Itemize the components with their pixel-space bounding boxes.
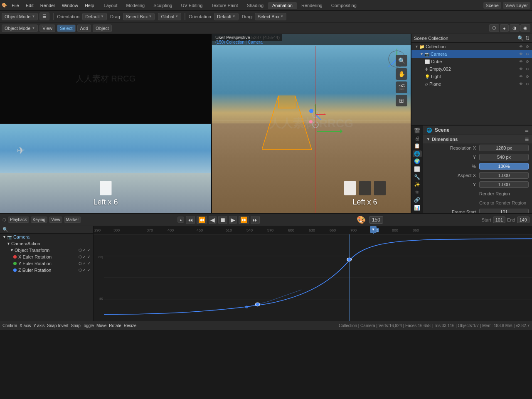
outliner-item-collection[interactable]: ▼ 📁 Collection 👁 ⊙ <box>411 43 532 50</box>
constraints-btn[interactable]: 🔗 <box>413 197 422 204</box>
tab-modeling[interactable]: Modeling <box>122 2 149 9</box>
orientation-dropdown[interactable]: Default ▼ <box>82 13 107 20</box>
dimensions-header[interactable]: ▼ Dimensions ☰ <box>423 135 532 143</box>
viewport-bottom-left[interactable]: ✈ Left x 6 <box>0 124 211 213</box>
fcurve-item-camera[interactable]: ▼ 📷 Camera <box>0 234 93 240</box>
add-marker-btn[interactable]: ⬡ <box>2 217 6 222</box>
visibility-eye[interactable]: 👁 <box>518 44 524 49</box>
render-preview-btn[interactable]: ◑ <box>510 24 520 32</box>
light-sel[interactable]: ⊙ <box>525 74 530 79</box>
res-y-input[interactable]: 540 px <box>479 154 529 160</box>
add-keyframe-btn[interactable]: ⬥ <box>177 217 184 223</box>
modifier-btn[interactable]: 🔧 <box>413 173 422 180</box>
outliner-item-light[interactable]: 💡 Light 👁 ⊙ <box>411 73 532 80</box>
pan-tool[interactable]: ✋ <box>396 68 407 80</box>
tab-compositing[interactable]: Compositing <box>327 2 361 9</box>
global-dropdown[interactable]: Global ▼ <box>158 13 181 20</box>
orbit-tool[interactable]: 🎬 <box>396 81 407 93</box>
end-frame-input[interactable]: 149 <box>517 217 530 223</box>
dimensions-menu-btn[interactable]: ☰ <box>525 137 529 142</box>
fcurve-item-z-rotation[interactable]: Z Euler Rotation ⬡ ✓ ✓ <box>0 267 93 273</box>
menu-file[interactable]: File <box>9 2 22 9</box>
tab-texture-paint[interactable]: Texture Paint <box>207 2 242 9</box>
fcurve-item-y-rotation[interactable]: Y Euler Rotation ⬡ ✓ ✓ <box>0 260 93 267</box>
stop-btn[interactable]: ⏹ <box>218 216 227 224</box>
step-back-btn[interactable]: ⏪ <box>197 216 207 224</box>
fcurve-item-action[interactable]: ▼ CameraAction <box>0 240 93 247</box>
camera-vis-eye[interactable]: 👁 <box>518 51 524 57</box>
physics-btn[interactable]: ⚛ <box>413 189 422 196</box>
drag-dropdown-2[interactable]: Select Box ▼ <box>255 13 287 20</box>
fcurve-search-icon[interactable]: 🔍 <box>2 227 8 232</box>
tab-shading[interactable]: Shading <box>243 2 268 9</box>
menu-window[interactable]: Window <box>59 2 81 9</box>
orientation-dropdown2[interactable]: Default ▼ <box>214 13 239 20</box>
outliner-item-empty[interactable]: ✛ Empty.002 👁 ⊙ <box>411 65 532 73</box>
fcurve-item-transform[interactable]: ▼ Object Transform ⬡ ✓ ✓ <box>0 247 93 254</box>
select-menu[interactable]: Select <box>57 25 76 32</box>
cube-vis[interactable]: 👁 <box>518 59 524 64</box>
add-menu[interactable]: Add <box>77 25 91 32</box>
plane-vis[interactable]: 👁 <box>518 81 524 87</box>
outliner-filter-icon[interactable]: 🔍 <box>517 35 524 41</box>
scene-props-btn[interactable]: 🌐 <box>413 150 422 158</box>
outliner-item-plane[interactable]: ▱ Plane 👁 ⊙ <box>411 80 532 88</box>
cube-sel[interactable]: ⊙ <box>525 59 530 64</box>
tab-sculpting[interactable]: Sculpting <box>149 2 176 9</box>
view-menu-timeline[interactable]: View <box>49 217 62 223</box>
data-props-btn[interactable]: 📊 <box>413 204 422 211</box>
solid-btn[interactable]: ● <box>500 24 509 32</box>
jump-end-btn[interactable]: ⏭ <box>251 216 260 224</box>
object-mode-dropdown[interactable]: Object Mode ▼ <box>2 13 38 20</box>
view-layer-btn[interactable]: 📋 <box>413 143 422 150</box>
output-props-btn[interactable]: 🖨 <box>413 135 422 142</box>
start-frame-input[interactable]: 101 <box>493 217 505 223</box>
select-cursor[interactable]: ⊙ <box>525 44 530 49</box>
asp-y-input[interactable]: 1.000 <box>479 181 529 188</box>
light-vis[interactable]: 👁 <box>518 74 524 79</box>
play-reverse-btn[interactable]: ◀ <box>209 216 217 224</box>
plane-sel[interactable]: ⊙ <box>525 81 530 87</box>
render-props-btn[interactable]: 🎬 <box>413 127 422 134</box>
persp-tool[interactable]: ⊞ <box>396 95 407 106</box>
empty-sel[interactable]: ⊙ <box>525 66 530 72</box>
object-menu[interactable]: Object <box>93 25 112 32</box>
menu-help[interactable]: Help <box>82 2 97 9</box>
asp-x-input[interactable]: 1.000 <box>479 172 529 179</box>
zoom-tool[interactable]: 🔍 <box>396 55 407 66</box>
scene-selector[interactable]: Scene <box>483 2 501 9</box>
empty-vis[interactable]: 👁 <box>518 66 524 72</box>
res-x-input[interactable]: 1280 px <box>479 145 529 151</box>
outliner-item-cube[interactable]: ⬜ Cube 👁 ⊙ <box>411 58 532 65</box>
prop-list-btn[interactable]: ☰ <box>525 128 529 133</box>
res-pct-input[interactable]: 100% <box>479 163 529 170</box>
camera-sel[interactable]: ⊙ <box>525 51 530 57</box>
rendered-btn[interactable]: ◉ <box>520 24 530 32</box>
mode-dropdown2[interactable]: Object Mode ▼ <box>2 25 38 32</box>
drag-dropdown-1[interactable]: Select Box ▼ <box>123 13 155 20</box>
world-props-btn[interactable]: 🌍 <box>413 158 422 165</box>
jump-start-btn[interactable]: ⏮ <box>186 216 195 224</box>
tab-rendering[interactable]: Rendering <box>297 2 327 9</box>
view-layer-selector[interactable]: View Layer <box>503 2 530 9</box>
menu-icon[interactable]: ☰ <box>39 12 49 20</box>
crop-btn[interactable]: Crop to Render Region <box>479 200 526 205</box>
current-frame-display[interactable]: 150 <box>369 216 383 224</box>
frame-start-input[interactable]: 101 <box>479 209 529 213</box>
fcurve-item-x-rotation[interactable]: X Euler Rotation ⬡ ✓ ✓ <box>0 254 93 260</box>
center-viewport[interactable]: User Perspective (150) Collection | Came… <box>212 34 411 213</box>
keying-menu[interactable]: Keying <box>31 217 48 223</box>
render-region-btn[interactable]: Render Region <box>479 191 510 196</box>
play-btn[interactable]: ▶ <box>229 216 237 224</box>
view-menu[interactable]: View <box>39 25 55 32</box>
step-forward-btn[interactable]: ⏩ <box>239 216 249 224</box>
viewport-top-left[interactable]: 人人素材 RRCG <box>0 34 211 124</box>
playback-menu[interactable]: Playback <box>8 217 29 223</box>
outliner-sort-icon[interactable]: ⇅ <box>525 35 530 41</box>
tab-animation[interactable]: Animation <box>268 2 297 9</box>
tab-layout[interactable]: Layout <box>100 2 122 9</box>
particles-btn[interactable]: ✨ <box>413 181 422 188</box>
wireframe-btn[interactable]: ⬡ <box>489 24 499 32</box>
outliner-item-camera[interactable]: ▼ 📷 Camera 👁 ⊙ <box>411 50 532 58</box>
tab-uv-editing[interactable]: UV Editing <box>177 2 207 9</box>
